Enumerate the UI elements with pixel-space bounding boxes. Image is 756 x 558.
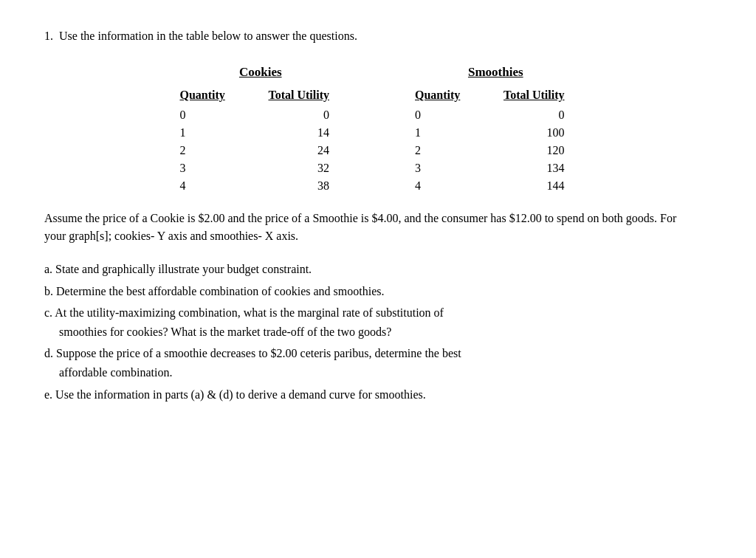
cookies-table-row: 4 38 [179,177,341,195]
smoothies-table-row: 3 134 [415,159,577,177]
smoothies-qty-header: Quantity [415,87,481,106]
sub-question-d1: d. Suppose the price of a smoothie decre… [44,344,679,363]
question-header: 1. Use the information in the table belo… [44,30,712,43]
cookies-qty-header: Quantity [179,87,246,106]
smoothies-qty-cell: 4 [415,177,481,195]
cookies-util-header: Total Utility [246,87,341,106]
question-number: 1. [44,30,53,43]
sub-question-c1: c. At the utility-maximizing combination… [44,303,679,323]
sub-question-b: b. Determine the best affordable combina… [44,282,679,301]
cookies-util-cell: 0 [246,106,341,124]
smoothies-title: Smoothies [468,65,523,80]
cookies-table: Quantity Total Utility 0 0 1 14 2 24 3 3… [179,87,341,195]
assumption-text: Assume the price of a Cookie is $2.00 an… [44,210,679,245]
smoothies-table-row: 2 120 [415,142,577,159]
smoothies-util-cell: 100 [481,124,577,142]
sub-question-a: a. State and graphically illustrate your… [44,260,679,279]
cookies-util-cell: 38 [246,177,341,195]
cookies-util-cell: 32 [246,159,341,177]
smoothies-util-header: Total Utility [481,87,577,106]
sub-questions: a. State and graphically illustrate your… [44,260,679,404]
question-intro: Use the information in the table below t… [59,30,357,43]
smoothies-table-row: 1 100 [415,124,577,142]
smoothies-table-row: 4 144 [415,177,577,195]
sub-question-d2: affordable combination. [44,363,679,382]
smoothies-util-cell: 134 [481,159,577,177]
cookies-qty-cell: 4 [179,177,246,195]
smoothies-util-cell: 144 [481,177,577,195]
cookies-table-container: Cookies Quantity Total Utility 0 0 1 14 … [179,65,341,195]
smoothies-util-cell: 0 [481,106,577,124]
smoothies-table-container: Smoothies Quantity Total Utility 0 0 1 1… [415,65,577,195]
smoothies-table: Quantity Total Utility 0 0 1 100 2 120 3… [415,87,577,195]
cookies-qty-cell: 3 [179,159,246,177]
sub-question-c2: smoothies for cookies? What is the marke… [44,323,679,342]
cookies-table-row: 3 32 [179,159,341,177]
smoothies-qty-cell: 0 [415,106,481,124]
cookies-util-cell: 14 [246,124,341,142]
smoothies-qty-cell: 2 [415,142,481,159]
smoothies-qty-cell: 1 [415,124,481,142]
cookies-qty-cell: 0 [179,106,246,124]
cookies-table-row: 1 14 [179,124,341,142]
cookies-qty-cell: 2 [179,142,246,159]
sub-question-e: e. Use the information in parts (a) & (d… [44,385,679,404]
cookies-util-cell: 24 [246,142,341,159]
tables-section: Cookies Quantity Total Utility 0 0 1 14 … [44,65,712,195]
cookies-table-row: 2 24 [179,142,341,159]
smoothies-util-cell: 120 [481,142,577,159]
cookies-table-row: 0 0 [179,106,341,124]
cookies-title: Cookies [239,65,282,80]
smoothies-table-row: 0 0 [415,106,577,124]
smoothies-qty-cell: 3 [415,159,481,177]
cookies-qty-cell: 1 [179,124,246,142]
